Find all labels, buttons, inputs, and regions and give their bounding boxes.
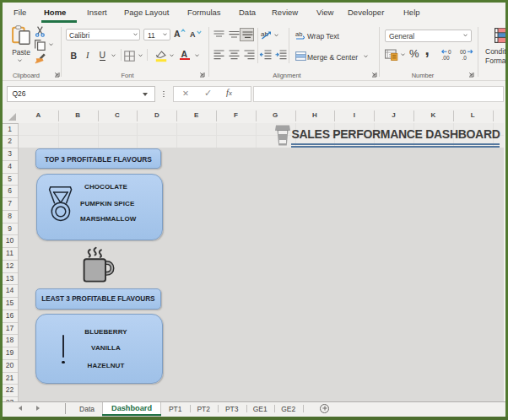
svg-text:.00: .00: [442, 55, 450, 61]
svg-text:ab: ab: [295, 30, 302, 38]
svg-text:.0: .0: [462, 55, 467, 61]
